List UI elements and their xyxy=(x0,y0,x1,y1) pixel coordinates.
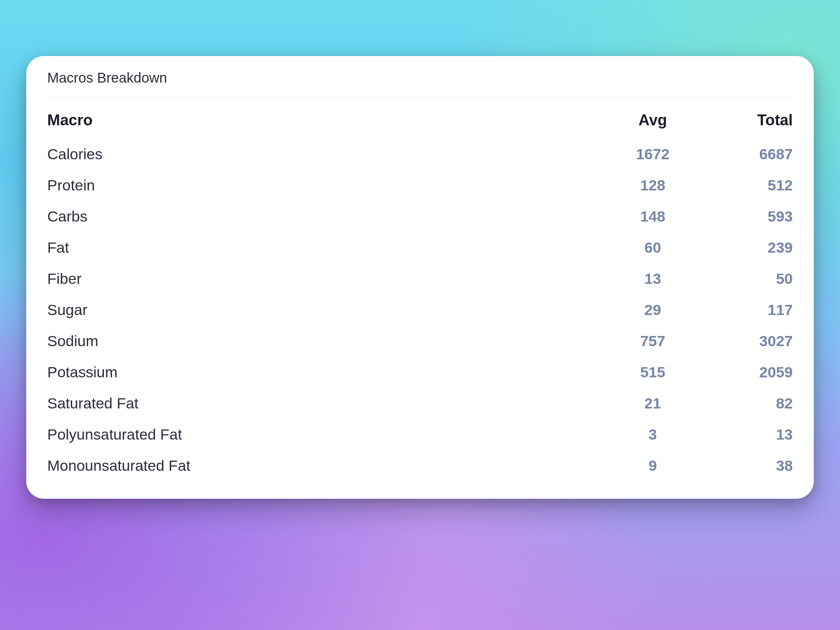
macro-avg: 515 xyxy=(618,364,688,381)
macro-name: Potassium xyxy=(47,364,618,381)
table-row: Protein 128 512 xyxy=(47,170,793,201)
table-row: Carbs 148 593 xyxy=(47,201,793,232)
table-row: Monounsaturated Fat 9 38 xyxy=(47,450,793,481)
macro-name: Sugar xyxy=(47,302,618,319)
macro-avg: 9 xyxy=(618,457,688,474)
card-title: Macros Breakdown xyxy=(47,70,793,97)
macro-total: 117 xyxy=(688,302,793,319)
table-row: Potassium 515 2059 xyxy=(47,357,793,388)
table-row: Sodium 757 3027 xyxy=(47,325,793,357)
macro-avg: 3 xyxy=(618,426,688,443)
macro-total: 82 xyxy=(688,395,793,412)
table-row: Calories 1672 6687 xyxy=(47,139,793,170)
macro-name: Fiber xyxy=(47,270,618,287)
macro-avg: 21 xyxy=(618,395,688,412)
macro-total: 2059 xyxy=(688,364,793,381)
macros-breakdown-card: Macros Breakdown Macro Avg Total Calorie… xyxy=(26,56,814,499)
macro-name: Saturated Fat xyxy=(47,395,618,412)
column-header-total: Total xyxy=(688,111,793,129)
table-body: Calories 1672 6687 Protein 128 512 Carbs… xyxy=(47,139,793,481)
macro-avg: 757 xyxy=(618,333,688,350)
table-header: Macro Avg Total xyxy=(47,101,793,139)
table-row: Fiber 13 50 xyxy=(47,263,793,294)
macro-total: 3027 xyxy=(688,333,793,350)
column-header-avg: Avg xyxy=(618,111,688,129)
table-row: Fat 60 239 xyxy=(47,232,793,263)
macro-total: 13 xyxy=(688,426,793,443)
macro-name: Calories xyxy=(47,145,618,163)
macro-name: Carbs xyxy=(47,208,618,225)
macro-avg: 1672 xyxy=(618,145,688,163)
macro-avg: 13 xyxy=(618,270,688,287)
macro-total: 239 xyxy=(688,239,793,256)
macro-total: 50 xyxy=(688,270,793,287)
macro-avg: 60 xyxy=(618,239,688,256)
macro-total: 38 xyxy=(688,457,793,474)
macro-avg: 148 xyxy=(618,208,688,225)
macro-name: Polyunsaturated Fat xyxy=(47,426,618,443)
table-row: Saturated Fat 21 82 xyxy=(47,388,793,419)
table-row: Sugar 29 117 xyxy=(47,294,793,325)
macro-name: Monounsaturated Fat xyxy=(47,457,618,474)
macro-total: 512 xyxy=(688,177,793,194)
macro-avg: 29 xyxy=(618,302,688,319)
table-row: Polyunsaturated Fat 3 13 xyxy=(47,419,793,450)
macro-total: 593 xyxy=(688,208,793,225)
macro-total: 6687 xyxy=(688,145,793,163)
macro-name: Fat xyxy=(47,239,618,256)
macro-name: Protein xyxy=(47,177,618,194)
macro-avg: 128 xyxy=(618,177,688,194)
column-header-macro: Macro xyxy=(47,111,618,129)
macro-name: Sodium xyxy=(47,333,618,350)
